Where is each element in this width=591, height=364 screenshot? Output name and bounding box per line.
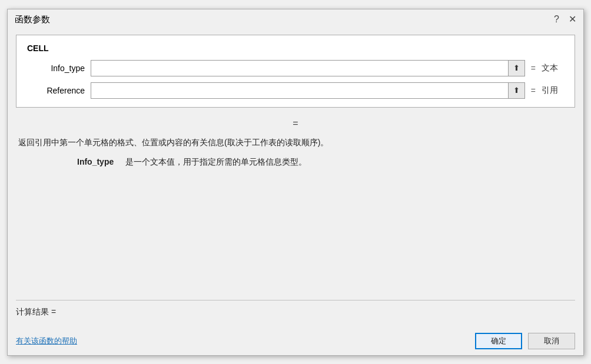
result-equals-line: = — [16, 118, 575, 129]
function-name: CELL — [27, 44, 565, 53]
info-type-input[interactable] — [91, 60, 509, 76]
upload-icon: ⬆ — [513, 64, 520, 72]
description-param-name: Info_type — [77, 157, 114, 166]
info-type-collapse-button[interactable]: ⬆ — [509, 60, 525, 76]
info-type-label: Info_type — [26, 64, 91, 73]
reference-result: 引用 — [542, 85, 565, 96]
reference-equals: = — [531, 86, 536, 95]
close-button[interactable]: ✕ — [569, 15, 576, 24]
title-bar-controls: ? ✕ — [554, 15, 576, 24]
reference-input-wrap: ⬆ — [91, 82, 525, 99]
params-box: CELL Info_type ⬆ = 文本 Reference — [16, 35, 575, 108]
dialog-footer: 有关该函数的帮助 确定 取消 — [8, 328, 583, 355]
info-type-input-wrap: ⬆ — [91, 60, 525, 76]
description-area: 返回引用中第一个单元格的格式、位置或内容的有关信息(取决于工作表的读取顺序)。 … — [16, 132, 575, 294]
function-params-dialog: 函数参数 ? ✕ CELL Info_type ⬆ = 文本 — [7, 9, 584, 356]
reference-collapse-button[interactable]: ⬆ — [509, 82, 525, 99]
help-link[interactable]: 有关该函数的帮助 — [16, 336, 77, 346]
title-bar: 函数参数 ? ✕ — [8, 9, 583, 29]
description-main: 返回引用中第一个单元格的格式、位置或内容的有关信息(取决于工作表的读取顺序)。 — [18, 136, 573, 150]
cancel-button[interactable]: 取消 — [528, 333, 575, 349]
footer-buttons: 确定 取消 — [475, 333, 575, 349]
ok-button[interactable]: 确定 — [475, 333, 522, 349]
dialog-title: 函数参数 — [15, 14, 50, 25]
info-type-result: 文本 — [542, 63, 565, 74]
param-row-info-type: Info_type ⬆ = 文本 — [26, 60, 565, 76]
info-type-equals: = — [531, 64, 536, 73]
description-param-text: 是一个文本值，用于指定所需的单元格信息类型。 — [125, 157, 307, 166]
dialog-body: CELL Info_type ⬆ = 文本 Reference — [8, 29, 583, 328]
description-param-spacer — [116, 157, 123, 166]
reference-input[interactable] — [91, 82, 509, 99]
param-row-reference: Reference ⬆ = 引用 — [26, 82, 565, 99]
reference-label: Reference — [26, 86, 91, 95]
description-param: Info_type 是一个文本值，用于指定所需的单元格信息类型。 — [77, 155, 573, 169]
calc-result-area: 计算结果 = — [16, 300, 575, 322]
calc-result-label: 计算结果 = — [16, 307, 56, 316]
upload-icon-2: ⬆ — [513, 86, 520, 95]
help-button[interactable]: ? — [554, 15, 559, 24]
